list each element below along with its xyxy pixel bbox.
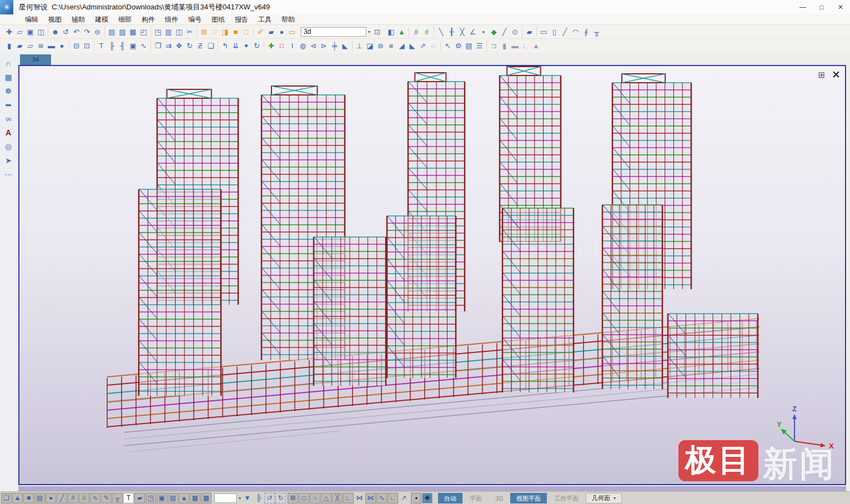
view-selector-caret-icon[interactable]: ▾: [366, 29, 372, 34]
ibeam-section-icon[interactable]: I: [287, 41, 298, 51]
move-diamond-icon[interactable]: ✦: [241, 41, 252, 51]
select-line-icon[interactable]: ╱: [57, 493, 67, 503]
selection-filter-caret-icon[interactable]: ▾: [238, 496, 242, 501]
snap-center-icon[interactable]: ⋈: [365, 493, 376, 503]
pipe-segment-icon[interactable]: ▬: [510, 41, 520, 51]
snap-box-icon[interactable]: ⊠: [288, 493, 298, 503]
beam-curved-icon[interactable]: ≋: [36, 41, 46, 51]
circle-move-icon[interactable]: ⊚: [375, 41, 386, 51]
mirror-z-icon[interactable]: Ƶ: [195, 41, 205, 51]
snap-square-icon[interactable]: □: [299, 493, 309, 503]
redo-icon[interactable]: ↷: [82, 27, 92, 37]
select-view-icon[interactable]: ▧: [168, 493, 178, 503]
point-toggle-icon[interactable]: ▪: [411, 493, 421, 503]
select-cut-icon[interactable]: ✎: [101, 493, 112, 503]
cut-scissors-icon[interactable]: ✂: [184, 27, 195, 37]
viewport-scrollbar[interactable]: [18, 486, 846, 491]
split-cross-icon[interactable]: ╪: [329, 41, 340, 51]
minimize-button[interactable]: —: [793, 0, 812, 14]
window-cascade-icon[interactable]: ▨: [117, 27, 128, 37]
model-panel-icon[interactable]: ◫: [174, 27, 184, 37]
clip-right-icon[interactable]: ⊳: [319, 41, 329, 51]
select-point-icon[interactable]: ●: [46, 493, 56, 503]
clip-left-icon[interactable]: ⊲: [308, 41, 319, 51]
select-text-icon[interactable]: T: [123, 493, 134, 503]
list-document-icon[interactable]: ☰: [474, 41, 485, 51]
close-button[interactable]: ✕: [831, 0, 850, 14]
select-surface-icon[interactable]: ▤: [34, 493, 45, 503]
menu-item-视图[interactable]: 视图: [43, 15, 67, 24]
circle-tool-icon[interactable]: ⊙: [510, 27, 520, 37]
select-dimension-icon[interactable]: ╥: [112, 493, 123, 503]
model-prism-icon[interactable]: ▥: [163, 27, 174, 37]
interrupt-icon[interactable]: ⊖: [92, 27, 103, 37]
collaborate-icon[interactable]: ☻: [50, 27, 61, 37]
view-tab-34[interactable]: 34: [20, 54, 51, 65]
pipe-joint-icon[interactable]: ⊐: [489, 41, 499, 51]
grid-add-icon[interactable]: #: [421, 27, 432, 37]
panel-edit-icon[interactable]: ⊟: [71, 41, 82, 51]
select-switch-icon[interactable]: ❏: [1, 493, 12, 503]
snap-circle-icon[interactable]: ○: [310, 493, 320, 503]
snap-arrow-icon[interactable]: ↗: [399, 493, 409, 503]
menu-item-细部[interactable]: 细部: [113, 15, 137, 24]
column-tee-icon[interactable]: T: [96, 41, 107, 51]
slab-circle-icon[interactable]: ●: [57, 41, 67, 51]
column-base-icon[interactable]: ⊥: [354, 41, 365, 51]
select-part-icon[interactable]: ■: [23, 493, 34, 503]
work-area-icon[interactable]: ▲: [396, 27, 407, 37]
view-mode-button-平面[interactable]: 平面: [464, 493, 488, 503]
column-box-icon[interactable]: ▣: [128, 41, 138, 51]
view-mode-button-自动[interactable]: 自动: [438, 493, 462, 503]
select-plane-icon[interactable]: ▰: [134, 493, 145, 503]
window-model-icon[interactable]: ◨: [220, 27, 230, 37]
cad-export-icon[interactable]: A: [2, 128, 14, 138]
report-document-icon[interactable]: ▤: [464, 41, 474, 51]
measure-line-icon[interactable]: ╱: [560, 27, 570, 37]
panel-insert-icon[interactable]: ⊡: [82, 41, 92, 51]
clip-plane-tool-icon[interactable]: ∩: [2, 58, 14, 68]
polygon-solid-icon[interactable]: ▰: [266, 27, 276, 37]
beam-connect-left-icon[interactable]: ╟: [107, 41, 117, 51]
select-face-icon[interactable]: ▣: [157, 493, 167, 503]
close-view-icon[interactable]: ✕: [832, 68, 841, 81]
rotate-cw-icon[interactable]: ↻: [275, 493, 286, 503]
menu-item-编号[interactable]: 编号: [183, 15, 207, 24]
select-component-icon[interactable]: ▲: [12, 493, 23, 503]
ellipse-points-icon[interactable]: ◍: [298, 41, 308, 51]
new-model-icon[interactable]: ✚: [4, 27, 14, 37]
ruler-horizontal-icon[interactable]: ▭: [539, 27, 549, 37]
save-all-icon[interactable]: ◫: [36, 27, 46, 37]
polyline-edit-icon[interactable]: ✐: [255, 27, 266, 37]
pipe-elbow-icon[interactable]: ∟: [520, 41, 531, 51]
select-hierarchy-icon[interactable]: ╠: [253, 493, 264, 503]
array-points-icon[interactable]: ∷: [276, 41, 287, 51]
model-box-icon[interactable]: ◳: [153, 27, 163, 37]
maximize-button[interactable]: □: [812, 0, 831, 14]
select-assembly-icon[interactable]: ▲: [179, 493, 189, 503]
polygon-round-icon[interactable]: ●: [276, 27, 287, 37]
cut-angle-1-icon[interactable]: ◢: [396, 41, 407, 51]
copy-object-icon[interactable]: ❐: [153, 41, 163, 51]
bolt-tool-icon[interactable]: ▮: [4, 41, 14, 51]
grid-icon[interactable]: #: [411, 27, 421, 37]
ruler-vertical-icon[interactable]: ▯: [549, 27, 560, 37]
export-model-icon[interactable]: ➥: [2, 100, 14, 110]
line-draw-icon[interactable]: ╱: [499, 27, 510, 37]
rotate-back-icon[interactable]: ↰: [220, 41, 230, 51]
web-settings-globe-icon[interactable]: ☸: [2, 86, 14, 96]
select-grid-icon[interactable]: #: [68, 493, 78, 503]
snap-cross-icon[interactable]: ╳: [332, 493, 343, 503]
cut-arrow-icon[interactable]: ⇗: [418, 41, 428, 51]
view-mode-button-工作平面[interactable]: 工作平面: [548, 493, 585, 503]
box-solid-icon[interactable]: ■: [230, 27, 241, 37]
beam-slant-icon[interactable]: ▰: [14, 41, 25, 51]
select-numbered-icon[interactable]: ↖: [442, 41, 453, 51]
menu-item-工具[interactable]: 工具: [253, 15, 276, 24]
beam-poly-icon[interactable]: ▱: [25, 41, 36, 51]
angle-probe-icon[interactable]: ∮: [581, 27, 591, 37]
select-grid-line-icon[interactable]: #: [79, 493, 89, 503]
select-object-icon[interactable]: ◳: [145, 493, 156, 503]
menu-item-构件[interactable]: 构件: [137, 15, 160, 24]
menu-item-帮助[interactable]: 帮助: [276, 15, 300, 24]
